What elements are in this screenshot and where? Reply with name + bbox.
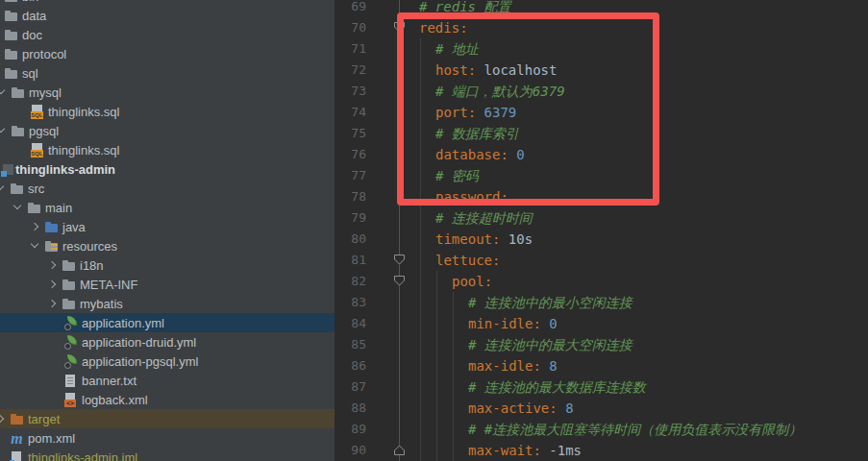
- code-line-87[interactable]: # 连接池的最大数据库连接数: [468, 376, 646, 398]
- folder-icon: [62, 297, 76, 311]
- folder-icon: [4, 0, 18, 4]
- code-segment: 8: [558, 400, 574, 416]
- code-line-88[interactable]: max-active: 8: [468, 398, 574, 419]
- tree-item-i18n[interactable]: i18n: [0, 255, 335, 275]
- tree-item-application-pgsql-yml[interactable]: application-pgsql.yml: [0, 352, 335, 371]
- chevron-right-icon[interactable]: [47, 260, 57, 270]
- code-segment: -1ms: [541, 443, 582, 458]
- chevron-down-icon[interactable]: [12, 203, 22, 212]
- tree-item-application-yml[interactable]: application.yml: [0, 313, 335, 332]
- code-segment: # #连接池最大阻塞等待时间（使用负值表示没有限制）: [468, 422, 802, 437]
- chevron-down-icon[interactable]: [0, 183, 5, 193]
- folder-icon: [27, 201, 41, 215]
- tree-item-mysql[interactable]: mysql: [0, 83, 335, 102]
- code-line-82[interactable]: pool:: [452, 271, 492, 292]
- xml-badge: <>: [64, 400, 76, 407]
- folder-icon: [10, 182, 24, 196]
- editor[interactable]: 69# redis 配置70redis:71# 地址72host: localh…: [335, 0, 868, 461]
- line-number: 75: [335, 123, 366, 144]
- tree-item-label: mybatis: [80, 297, 123, 311]
- sql-icon: SQL: [30, 105, 44, 119]
- tree-item-src[interactable]: src: [0, 179, 335, 198]
- tree-item-label: META-INF: [80, 278, 137, 292]
- chevron-right-icon[interactable]: [47, 299, 57, 308]
- line-number: 80: [335, 229, 366, 250]
- folder-icon: [4, 28, 18, 42]
- folder-icon: [4, 9, 18, 23]
- tree-item-mybatis[interactable]: mybatis: [0, 294, 335, 313]
- tree-item-label: sql: [22, 66, 38, 81]
- line-number: 71: [335, 38, 366, 60]
- code-line-81[interactable]: lettuce:: [435, 250, 500, 271]
- chevron-right-icon[interactable]: [47, 279, 57, 289]
- sql-badge: SQL: [31, 150, 43, 158]
- fold-down-icon[interactable]: [393, 275, 406, 287]
- code-line-83[interactable]: # 连接池中的最小空闲连接: [468, 292, 632, 313]
- code-segment: # 连接池中的最小空闲连接: [468, 295, 632, 310]
- line-number: 77: [335, 165, 366, 186]
- line-number: 88: [335, 398, 366, 419]
- tree-item-protocol[interactable]: protocol: [0, 44, 335, 63]
- tree-item-label: pom.xml: [28, 431, 75, 446]
- line-number: 72: [335, 60, 366, 81]
- code-segment: 0: [541, 316, 558, 331]
- chevron-down-icon[interactable]: [30, 241, 39, 251]
- tree-item-doc[interactable]: doc: [0, 25, 335, 44]
- folder-icon: [62, 278, 76, 292]
- tree-item-sql[interactable]: sql: [0, 63, 335, 83]
- tree-item-thinglinks-admin[interactable]: thinglinks-admin: [0, 159, 335, 179]
- fold-up-icon[interactable]: [393, 444, 406, 456]
- tree-item-label: resources: [62, 239, 117, 254]
- tree-item-label: application-druid.yml: [82, 335, 196, 350]
- tree-item-thinglinks-admin-iml[interactable]: thinglinks-admin.iml: [0, 448, 335, 461]
- code-line-80[interactable]: timeout: 10s: [435, 229, 533, 250]
- line-number: 76: [335, 144, 366, 165]
- tree-item-main[interactable]: main: [0, 198, 335, 217]
- code-line-89[interactable]: # #连接池最大阻塞等待时间（使用负值表示没有限制）: [468, 419, 802, 440]
- tree-item-label: banner.txt: [82, 374, 136, 388]
- chevron-right-icon[interactable]: [30, 222, 39, 231]
- chevron-down-icon[interactable]: [0, 126, 6, 135]
- code-line-84[interactable]: min-idle: 0: [468, 313, 558, 334]
- code-line-90[interactable]: max-wait: -1ms: [468, 440, 582, 461]
- tree-item-thinglinks-sql[interactable]: SQLthinglinks.sql: [0, 102, 335, 121]
- tree-item-label: i18n: [80, 258, 104, 273]
- tree-item-banner-txt[interactable]: banner.txt: [0, 371, 335, 390]
- ide-window: bindatadocprotocolsqlmysqlSQLthinglinks.…: [0, 0, 868, 461]
- code-line-79[interactable]: # 连接超时时间: [435, 207, 533, 229]
- tree-item-resources[interactable]: resources: [0, 236, 335, 255]
- chevron-right-icon[interactable]: [0, 414, 5, 424]
- tree-item-label: doc: [22, 28, 42, 42]
- tree-item-label: main: [45, 201, 72, 215]
- code-segment: # 连接池中的最大空闲连接: [468, 337, 632, 352]
- code-segment: pool:: [452, 274, 492, 289]
- tree-item-data[interactable]: data: [0, 6, 335, 25]
- tree-item-label: java: [62, 220, 86, 234]
- tree-item-label: data: [22, 9, 46, 23]
- tree-item-target[interactable]: target: [0, 409, 335, 428]
- line-number: 86: [335, 355, 366, 376]
- fold-down-icon[interactable]: [393, 254, 406, 266]
- folder-resources-icon: [44, 239, 59, 254]
- tree-item-application-druid-yml[interactable]: application-druid.yml: [0, 332, 335, 352]
- line-number: 85: [335, 334, 366, 355]
- tree-item-pgsql[interactable]: pgsql: [0, 121, 335, 140]
- line-number: 78: [335, 186, 366, 207]
- line-number: 90: [335, 440, 366, 461]
- tree-item-java[interactable]: java: [0, 217, 335, 236]
- indent-guide: [453, 292, 454, 461]
- project-tree: bindatadocprotocolsqlmysqlSQLthinglinks.…: [0, 0, 335, 461]
- code-segment: 10s: [500, 231, 533, 247]
- code-segment: timeout:: [435, 231, 500, 247]
- tree-item-thinglinks-sql[interactable]: SQLthinglinks.sql: [0, 140, 335, 159]
- folder-icon: [4, 66, 18, 81]
- highlight-box: [397, 12, 659, 206]
- code-line-86[interactable]: max-idle: 8: [468, 355, 558, 376]
- chevron-down-icon[interactable]: [0, 87, 6, 97]
- tree-item-pom-xml[interactable]: mpom.xml: [0, 428, 335, 448]
- line-number: 73: [335, 81, 366, 102]
- tree-item-meta-inf[interactable]: META-INF: [0, 275, 335, 294]
- text-icon: [63, 374, 78, 388]
- code-line-85[interactable]: # 连接池中的最大空闲连接: [468, 334, 632, 355]
- tree-item-logback-xml[interactable]: <>logback.xml: [0, 390, 335, 409]
